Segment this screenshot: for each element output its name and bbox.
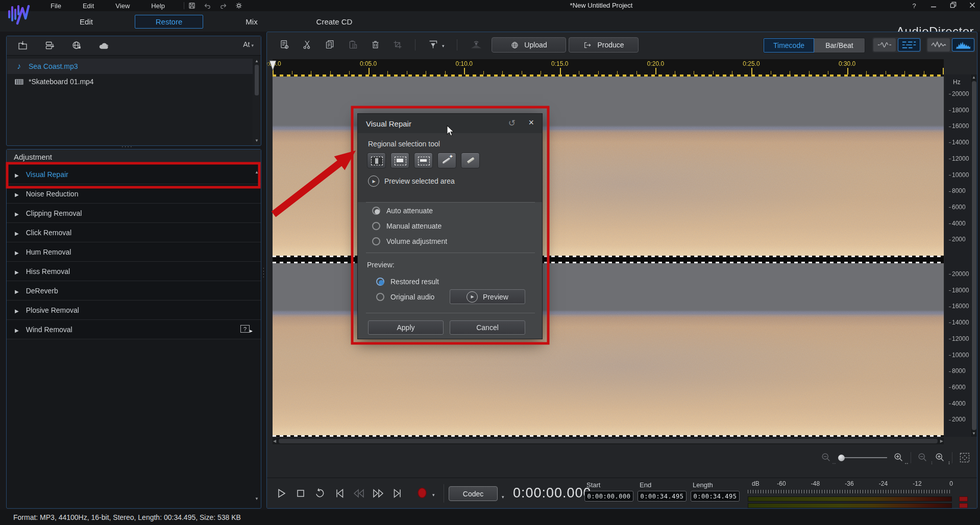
scrollbar-thumb[interactable]	[972, 81, 976, 430]
time-field-value[interactable]: 0:00:00.000	[584, 491, 633, 502]
scroll-down-icon[interactable]: ▼	[255, 496, 259, 501]
mode-tab[interactable]: Mix	[210, 13, 293, 30]
ambisonic-icon[interactable]	[470, 39, 483, 51]
fit-to-window-icon[interactable]	[959, 452, 971, 464]
scroll-left-icon[interactable]: ◀	[273, 439, 276, 443]
media-file-item[interactable]: Sea Coast.mp3	[7, 59, 253, 74]
attenuate-option-radio[interactable]: Auto attenuate	[372, 207, 433, 215]
adjustment-item[interactable]: Visual Repair ?	[7, 165, 261, 184]
cancel-button[interactable]: Cancel	[450, 320, 525, 335]
stop-button[interactable]	[293, 486, 308, 501]
scroll-up-icon[interactable]: ▲	[254, 59, 260, 64]
horizontal-scrollbar[interactable]: ◀ ▶	[273, 438, 944, 444]
expander-icon[interactable]	[15, 248, 19, 256]
scroll-up-icon[interactable]: ▲	[971, 75, 977, 80]
zoom-out-horizontal-icon[interactable]: ↔	[821, 452, 832, 463]
expander-icon[interactable]	[15, 190, 19, 198]
adjustment-item[interactable]: Noise Reduction ?	[7, 184, 261, 204]
hint-icon[interactable]: ?	[240, 325, 250, 333]
selection-tool-button[interactable]	[437, 153, 456, 168]
import-media-icon[interactable]	[17, 40, 29, 51]
column-splitter-handle[interactable]: ····	[261, 267, 267, 279]
scrollbar-thumb[interactable]	[255, 65, 259, 95]
save-icon[interactable]	[188, 2, 196, 10]
clip-view-button[interactable]	[873, 38, 896, 52]
chevron-down-icon[interactable]	[442, 40, 445, 49]
record-button[interactable]	[416, 486, 428, 502]
file-properties-icon[interactable]	[279, 39, 290, 51]
fast-forward-button[interactable]	[371, 486, 385, 501]
waveform-view-button[interactable]	[927, 38, 950, 52]
expander-icon[interactable]	[15, 209, 19, 217]
vertical-scrollbar[interactable]: ▲ ▼	[971, 74, 977, 437]
go-to-start-button[interactable]	[332, 486, 347, 501]
menu-item[interactable]: Edit	[72, 2, 105, 10]
playhead-marker[interactable]	[269, 60, 277, 73]
preview-selected-area-button[interactable]: Preview selected area	[368, 176, 455, 187]
produce-button[interactable]: Produce	[569, 37, 639, 53]
expander-icon[interactable]	[15, 326, 19, 334]
restore-window-button[interactable]	[948, 2, 958, 10]
attenuate-option-radio[interactable]: Manual attenuate	[372, 222, 442, 230]
scrollbar-thumb[interactable]	[279, 439, 938, 443]
adjustment-item[interactable]: Hiss Removal ?	[7, 262, 261, 281]
adjustment-item[interactable]: DeReverb ?	[7, 281, 261, 301]
menu-item[interactable]: View	[105, 2, 140, 10]
mode-tab[interactable]: Restore	[128, 13, 210, 30]
menu-item[interactable]: Help	[140, 2, 176, 10]
import-project-icon[interactable]	[44, 40, 56, 51]
slider-knob[interactable]	[838, 455, 845, 461]
selection-tool-button[interactable]	[390, 153, 409, 168]
adjustment-item[interactable]: Click Removal ?	[7, 223, 261, 242]
settings-gear-icon[interactable]	[235, 2, 243, 10]
selection-tool-button[interactable]	[367, 153, 386, 168]
selection-tool-button[interactable]	[461, 153, 480, 168]
mode-tab[interactable]: Create CD	[293, 13, 376, 30]
loop-playback-button[interactable]	[313, 486, 327, 501]
preview-option-radio[interactable]: Restored result	[376, 278, 439, 286]
apply-button[interactable]: Apply	[368, 320, 444, 335]
upload-button[interactable]: Upload	[492, 37, 566, 53]
delete-trash-icon[interactable]	[371, 39, 380, 51]
preview-button[interactable]: Preview	[450, 289, 525, 304]
adjustment-item[interactable]: Clipping Removal ?	[7, 204, 261, 223]
help-button[interactable]: ?	[910, 2, 919, 10]
insert-marker-button[interactable]	[428, 39, 445, 51]
download-from-web-icon[interactable]	[71, 40, 83, 51]
scroll-down-icon[interactable]: ▼	[254, 138, 260, 143]
dialog-titlebar[interactable]: Visual Repair ↺ ×	[358, 114, 542, 133]
record-options-chevron-icon[interactable]	[432, 489, 435, 498]
selection-tool-button[interactable]	[414, 153, 433, 168]
media-file-item[interactable]: *Skateboard 01.mp4	[7, 74, 253, 89]
cut-scissors-icon[interactable]	[302, 39, 312, 51]
play-button[interactable]	[274, 486, 288, 501]
cloud-icon[interactable]	[98, 41, 110, 51]
rewind-button[interactable]	[352, 486, 366, 501]
zoom-in-vertical-icon[interactable]: ↕	[935, 452, 946, 463]
expander-icon[interactable]	[15, 170, 19, 179]
close-window-button[interactable]	[968, 2, 977, 10]
attenuate-option-radio[interactable]: Volume adjustment	[372, 237, 447, 245]
adjustment-item[interactable]: Wind Removal ?	[7, 320, 261, 339]
timecode-toggle-button[interactable]: Timecode	[764, 38, 814, 53]
scroll-up-icon[interactable]: ▲	[255, 170, 259, 174]
expander-icon[interactable]	[15, 267, 19, 276]
library-scrollbar[interactable]: ▲ ▼	[254, 59, 260, 143]
time-field-value[interactable]: 0:00:34.495	[638, 491, 687, 502]
reset-icon[interactable]: ↺	[508, 118, 516, 129]
preview-option-radio[interactable]: Original audio	[376, 293, 434, 301]
dialog-close-icon[interactable]: ×	[528, 117, 534, 128]
adjustment-item[interactable]: Plosive Removal ?	[7, 301, 261, 320]
minimize-button[interactable]	[929, 2, 938, 10]
zoom-out-vertical-icon[interactable]: ↕	[917, 452, 928, 463]
codec-chevron-icon[interactable]	[502, 491, 504, 501]
spectral-view-button[interactable]	[952, 38, 974, 52]
undo-icon[interactable]	[203, 2, 212, 10]
panel-splitter-handle[interactable]: ····	[121, 143, 133, 149]
barbeat-toggle-button[interactable]: Bar/Beat	[814, 38, 865, 53]
time-field-value[interactable]: 0:00:34.495	[691, 491, 740, 502]
menu-item[interactable]: File	[40, 2, 72, 10]
adjustment-item[interactable]: Hum Removal ?	[7, 242, 261, 262]
text-size-button[interactable]: At	[243, 40, 254, 48]
trim-icon[interactable]	[393, 39, 403, 51]
